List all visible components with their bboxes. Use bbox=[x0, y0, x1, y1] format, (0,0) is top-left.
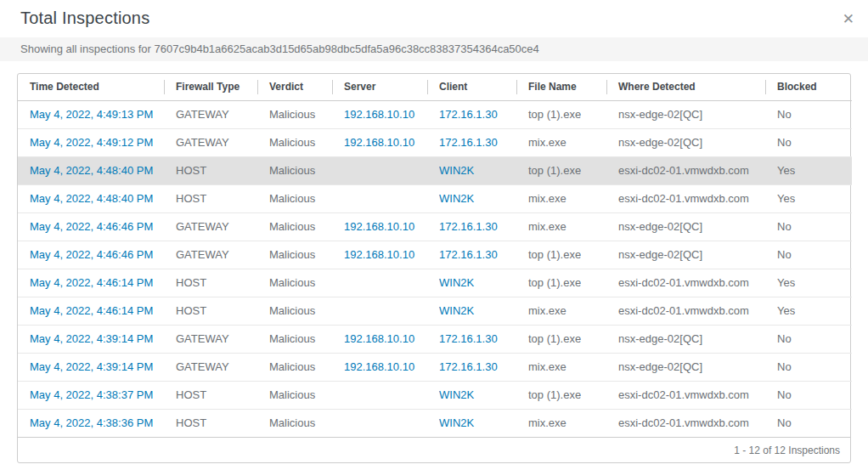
cell-time[interactable]: May 4, 2022, 4:38:37 PM bbox=[18, 381, 164, 409]
cell-time[interactable]: May 4, 2022, 4:46:14 PM bbox=[18, 269, 164, 297]
cell-where-detected: nsx-edge-02[QC] bbox=[606, 212, 765, 241]
cell-server[interactable]: 192.168.10.10 bbox=[332, 353, 427, 381]
cell-file-name: top (1).exe bbox=[516, 325, 606, 353]
column-header-time[interactable]: Time Detected bbox=[18, 74, 164, 100]
column-header-server[interactable]: Server bbox=[332, 74, 427, 100]
cell-client[interactable]: WIN2K bbox=[427, 381, 516, 409]
cell-firewall-type: HOST bbox=[164, 269, 257, 297]
cell-client[interactable]: 172.16.1.30 bbox=[427, 128, 516, 156]
table-row[interactable]: May 4, 2022, 4:39:14 PMGATEWAYMalicious1… bbox=[18, 353, 852, 381]
pagination-summary: 1 - 12 of 12 Inspections bbox=[734, 445, 840, 456]
cell-firewall-type: HOST bbox=[164, 381, 257, 409]
table-row[interactable]: May 4, 2022, 4:49:13 PMGATEWAYMalicious1… bbox=[18, 100, 852, 128]
cell-time[interactable]: May 4, 2022, 4:49:13 PM bbox=[18, 100, 164, 128]
cell-server[interactable]: 192.168.10.10 bbox=[332, 241, 427, 269]
cell-file-name: top (1).exe bbox=[516, 381, 606, 409]
cell-client[interactable]: WIN2K bbox=[427, 184, 516, 212]
cell-server bbox=[332, 297, 427, 325]
cell-client[interactable]: WIN2K bbox=[427, 297, 516, 325]
cell-client[interactable]: 172.16.1.30 bbox=[427, 241, 516, 269]
cell-time[interactable]: May 4, 2022, 4:46:14 PM bbox=[18, 297, 164, 325]
cell-blocked: Yes bbox=[765, 184, 852, 212]
cell-file-name: top (1).exe bbox=[516, 100, 606, 128]
table-header-row: Time DetectedFirewall TypeVerdictServerC… bbox=[18, 74, 852, 100]
cell-firewall-type: HOST bbox=[164, 156, 257, 184]
cell-where-detected: nsx-edge-02[QC] bbox=[606, 353, 765, 381]
cell-file-name: mix.exe bbox=[516, 353, 606, 381]
cell-client[interactable]: 172.16.1.30 bbox=[427, 212, 516, 241]
close-icon[interactable]: ✕ bbox=[841, 10, 856, 28]
table-row[interactable]: May 4, 2022, 4:46:46 PMGATEWAYMalicious1… bbox=[18, 241, 852, 269]
cell-file-name: mix.exe bbox=[516, 184, 606, 212]
cell-verdict: Malicious bbox=[257, 297, 332, 325]
column-header-firewall-type[interactable]: Firewall Type bbox=[164, 74, 257, 100]
table-row[interactable]: May 4, 2022, 4:46:14 PMHOSTMaliciousWIN2… bbox=[18, 269, 852, 297]
cell-verdict: Malicious bbox=[257, 184, 332, 212]
cell-server[interactable]: 192.168.10.10 bbox=[332, 100, 427, 128]
table-row[interactable]: May 4, 2022, 4:48:40 PMHOSTMaliciousWIN2… bbox=[18, 184, 852, 212]
cell-verdict: Malicious bbox=[257, 409, 332, 437]
cell-firewall-type: GATEWAY bbox=[164, 128, 257, 156]
cell-time[interactable]: May 4, 2022, 4:39:14 PM bbox=[18, 353, 164, 381]
cell-file-name: mix.exe bbox=[516, 212, 606, 241]
cell-blocked: No bbox=[765, 381, 852, 409]
cell-firewall-type: GATEWAY bbox=[164, 325, 257, 353]
cell-blocked: No bbox=[765, 241, 852, 269]
table-row[interactable]: May 4, 2022, 4:38:36 PMHOSTMaliciousWIN2… bbox=[18, 409, 852, 437]
inspections-datagrid: Time DetectedFirewall TypeVerdictServerC… bbox=[17, 73, 851, 463]
cell-firewall-type: HOST bbox=[164, 297, 257, 325]
cell-server[interactable]: 192.168.10.10 bbox=[332, 325, 427, 353]
cell-file-name: mix.exe bbox=[516, 128, 606, 156]
cell-server[interactable]: 192.168.10.10 bbox=[332, 212, 427, 241]
cell-verdict: Malicious bbox=[257, 241, 332, 269]
cell-time[interactable]: May 4, 2022, 4:46:46 PM bbox=[18, 241, 164, 269]
cell-time[interactable]: May 4, 2022, 4:46:46 PM bbox=[18, 212, 164, 241]
cell-verdict: Malicious bbox=[257, 100, 332, 128]
table-row[interactable]: May 4, 2022, 4:48:40 PMHOSTMaliciousWIN2… bbox=[18, 156, 852, 184]
cell-verdict: Malicious bbox=[257, 128, 332, 156]
cell-time[interactable]: May 4, 2022, 4:48:40 PM bbox=[18, 156, 164, 184]
cell-where-detected: esxi-dc02-01.vmwdxb.com bbox=[606, 297, 765, 325]
cell-blocked: No bbox=[765, 212, 852, 241]
cell-file-name: top (1).exe bbox=[516, 241, 606, 269]
column-header-blocked[interactable]: Blocked bbox=[765, 74, 852, 100]
table-row[interactable]: May 4, 2022, 4:46:46 PMGATEWAYMalicious1… bbox=[18, 212, 852, 241]
table-row[interactable]: May 4, 2022, 4:38:37 PMHOSTMaliciousWIN2… bbox=[18, 381, 852, 409]
page-title: Total Inspections bbox=[20, 8, 848, 28]
column-header-verdict[interactable]: Verdict bbox=[257, 74, 332, 100]
cell-blocked: Yes bbox=[765, 156, 852, 184]
cell-firewall-type: GATEWAY bbox=[164, 100, 257, 128]
cell-client[interactable]: WIN2K bbox=[427, 269, 516, 297]
cell-time[interactable]: May 4, 2022, 4:38:36 PM bbox=[18, 409, 164, 437]
cell-verdict: Malicious bbox=[257, 353, 332, 381]
table-row[interactable]: May 4, 2022, 4:39:14 PMGATEWAYMalicious1… bbox=[18, 325, 852, 353]
cell-blocked: No bbox=[765, 128, 852, 156]
cell-firewall-type: HOST bbox=[164, 184, 257, 212]
cell-client[interactable]: 172.16.1.30 bbox=[427, 100, 516, 128]
cell-where-detected: nsx-edge-02[QC] bbox=[606, 128, 765, 156]
cell-time[interactable]: May 4, 2022, 4:48:40 PM bbox=[18, 184, 164, 212]
column-header-client[interactable]: Client bbox=[427, 74, 516, 100]
column-header-file-name[interactable]: File Name bbox=[516, 74, 606, 100]
cell-verdict: Malicious bbox=[257, 156, 332, 184]
cell-server[interactable]: 192.168.10.10 bbox=[332, 128, 427, 156]
inspections-table: Time DetectedFirewall TypeVerdictServerC… bbox=[18, 74, 852, 437]
cell-client[interactable]: 172.16.1.30 bbox=[427, 325, 516, 353]
table-row[interactable]: May 4, 2022, 4:46:14 PMHOSTMaliciousWIN2… bbox=[18, 297, 852, 325]
cell-client[interactable]: WIN2K bbox=[427, 156, 516, 184]
cell-server bbox=[332, 156, 427, 184]
cell-time[interactable]: May 4, 2022, 4:49:12 PM bbox=[18, 128, 164, 156]
inspections-subtitle: Showing all inspections for 7607c9b4b1a6… bbox=[0, 37, 868, 61]
cell-file-name: mix.exe bbox=[516, 409, 606, 437]
cell-client[interactable]: WIN2K bbox=[427, 409, 516, 437]
column-header-where-detected[interactable]: Where Detected bbox=[606, 74, 765, 100]
cell-verdict: Malicious bbox=[257, 212, 332, 241]
cell-where-detected: esxi-dc02-01.vmwdxb.com bbox=[606, 269, 765, 297]
cell-blocked: Yes bbox=[765, 297, 852, 325]
cell-time[interactable]: May 4, 2022, 4:39:14 PM bbox=[18, 325, 164, 353]
table-row[interactable]: May 4, 2022, 4:49:12 PMGATEWAYMalicious1… bbox=[18, 128, 852, 156]
cell-verdict: Malicious bbox=[257, 381, 332, 409]
cell-blocked: No bbox=[765, 409, 852, 437]
cell-verdict: Malicious bbox=[257, 325, 332, 353]
cell-client[interactable]: 172.16.1.30 bbox=[427, 353, 516, 381]
